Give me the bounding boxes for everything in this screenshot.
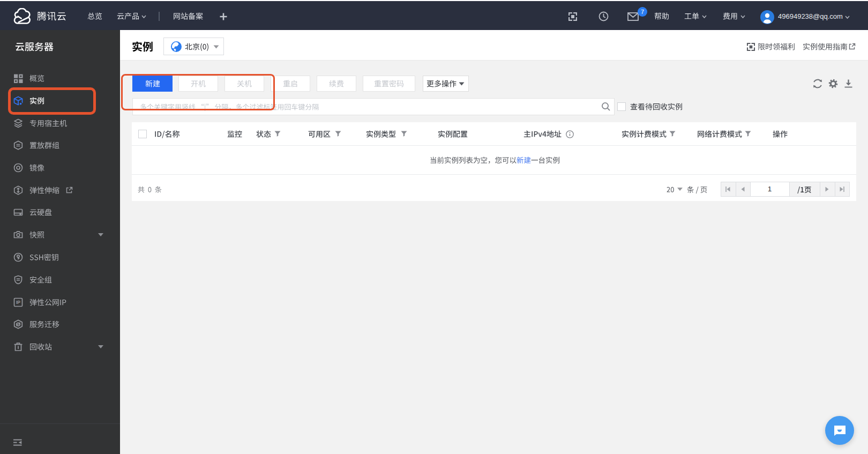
svg-text:IP: IP bbox=[16, 300, 20, 305]
